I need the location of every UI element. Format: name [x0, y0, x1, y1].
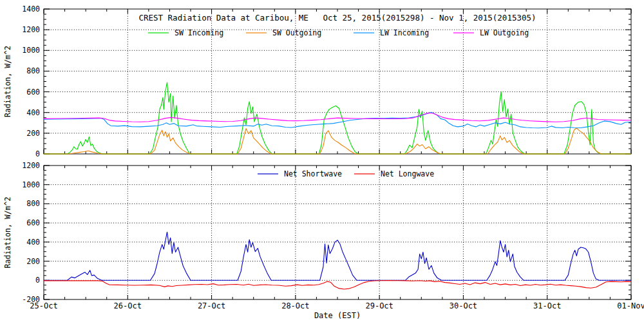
radiation-components-frame: [44, 9, 631, 154]
net-radiation-grid: [44, 166, 631, 299]
xtick-label: 28-Oct: [281, 301, 309, 310]
radiation-components-ticks: [44, 9, 631, 154]
panel-radiation-components: 0200400600800100012001400Radiation, W/m^…: [3, 5, 631, 158]
net-radiation-frame: [44, 166, 631, 299]
ytick-label: 800: [26, 199, 40, 208]
x-axis-title: Date (EST): [314, 311, 361, 320]
ytick-label: 600: [26, 88, 40, 97]
series-net-shortwave: [44, 232, 631, 280]
ytick-label: 1200: [22, 161, 40, 170]
series-lw-incoming: [44, 112, 631, 128]
radiation-figure: 0200400600800100012001400Radiation, W/m^…: [0, 0, 644, 322]
ytick-label: 200: [26, 129, 40, 138]
xtick-label: 25-Oct: [30, 301, 57, 310]
ytick-label: 600: [26, 218, 40, 227]
net-radiation-ticks: [44, 166, 631, 299]
legend-label-lw-incoming: LW Incoming: [380, 28, 429, 37]
radiation-chart-svg: 0200400600800100012001400Radiation, W/m^…: [0, 0, 644, 322]
chart-title: CREST Radiation Data at Caribou, ME Oct …: [138, 13, 536, 23]
net-radiation-legend: Net ShortwaveNet Longwave: [258, 169, 434, 178]
radiation-components-y-axis-title: Radiation, W/m^2: [3, 46, 12, 117]
ytick-label: 1000: [22, 46, 40, 55]
ytick-label: 0: [35, 149, 40, 158]
xtick-label: 29-Oct: [365, 301, 393, 310]
ytick-label: 400: [26, 108, 40, 117]
legend-label-net-longwave: Net Longwave: [381, 169, 434, 178]
series-lw-outgoing: [44, 113, 631, 122]
legend-label-lw-outgoing: LW Outgoing: [480, 28, 529, 37]
legend-label-net-shortwave: Net Shortwave: [284, 169, 342, 178]
legend-label-sw-incoming: SW Incoming: [175, 28, 223, 37]
ytick-label: 400: [26, 238, 40, 247]
ytick-label: 1400: [22, 5, 40, 14]
ytick-label: 1000: [22, 180, 40, 189]
xtick-label: 27-Oct: [198, 301, 225, 310]
net-radiation-y-axis-title: Radiation, W/m^2: [3, 197, 12, 269]
series-net-longwave: [44, 281, 631, 289]
xtick-label: 30-Oct: [450, 301, 477, 310]
radiation-components-ytick-labels: 0200400600800100012001400: [22, 5, 40, 158]
ytick-label: 0: [35, 276, 40, 285]
legend-label-sw-outgoing: SW Outgoing: [272, 28, 321, 37]
xtick-label: 01-Nov: [617, 301, 644, 310]
series-sw-outgoing: [44, 128, 631, 154]
ytick-label: 1200: [22, 25, 40, 34]
panel-net-radiation: -200020040060080010001200Radiation, W/m^…: [3, 161, 644, 320]
ytick-label: 800: [26, 66, 40, 75]
radiation-components-grid: [44, 9, 631, 154]
xtick-label: 26-Oct: [114, 301, 142, 310]
xtick-label: 31-Oct: [533, 301, 561, 310]
net-radiation-ytick-labels: -200020040060080010001200: [22, 161, 40, 304]
x-tick-labels: 25-Oct26-Oct27-Oct28-Oct29-Oct30-Oct31-O…: [30, 301, 644, 310]
ytick-label: 200: [26, 257, 40, 266]
